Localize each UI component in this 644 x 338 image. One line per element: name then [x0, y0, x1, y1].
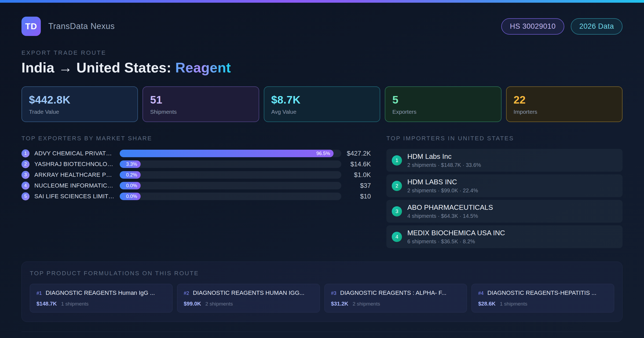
exporter-rank-badge: 3 — [21, 171, 30, 179]
exporter-value: $427.2K — [341, 150, 371, 157]
importer-row[interactable]: 4MEDIX BIOCHEMICA USA INC6 shipments · $… — [386, 225, 623, 248]
importer-rank-badge: 1 — [392, 155, 402, 166]
product-rank: #1 — [36, 291, 42, 296]
exporter-row[interactable]: 4NUCLEOME INFORMATICS PRIVA...0.0%$37 — [21, 182, 371, 190]
product-rank: #2 — [184, 291, 189, 296]
stat-card-avg-value: $8.7KAvg Value — [264, 86, 380, 122]
brand: TD TransData Nexus — [21, 17, 115, 36]
stat-card-importers: 22Importers — [506, 86, 623, 122]
stat-value: $8.7K — [271, 94, 373, 106]
exporter-row[interactable]: 3ARKRAY HEALTHCARE PRIVATE ...0.2%$1.0K — [21, 171, 371, 179]
importer-info: HDM LABS INC2 shipments · $99.0K · 22.4% — [407, 178, 478, 194]
importer-info: HDM Labs Inc2 shipments · $148.7K · 33.6… — [407, 152, 481, 168]
market-share-bar-fill: 96.5% — [120, 150, 334, 157]
importer-name: HDM Labs Inc — [407, 152, 481, 161]
stat-value: 22 — [514, 94, 615, 106]
stat-label: Importers — [514, 109, 615, 115]
market-share-percent: 3.3% — [126, 161, 137, 167]
importer-row[interactable]: 1HDM Labs Inc2 shipments · $148.7K · 33.… — [386, 149, 623, 172]
importer-info: ABO PHARMACEUTICALS4 shipments · $64.3K … — [407, 203, 493, 219]
product-value: $31.2K — [331, 301, 349, 307]
exporter-name: ADVY CHEMICAL PRIVATE LIMI... — [34, 150, 115, 157]
exporter-rank-badge: 1 — [21, 149, 30, 157]
exporter-name: SAI LIFE SCIENCES LIMITED — [34, 193, 115, 200]
market-share-bar-fill: 3.3% — [120, 160, 141, 168]
product-card[interactable]: #4DIAGNOSTIC REAGENTS-HEPATITIS ...$28.6… — [471, 284, 614, 313]
importer-rank-badge: 4 — [392, 232, 402, 242]
product-shipments: 2 shipments — [205, 301, 233, 307]
importers-list: 1HDM Labs Inc2 shipments · $148.7K · 33.… — [386, 149, 623, 248]
product-line1: #4DIAGNOSTIC REAGENTS-HEPATITIS ... — [478, 289, 608, 296]
stat-label: Avg Value — [271, 109, 373, 115]
product-card[interactable]: #3DIAGNOSTIC REAGENTS : ALPHA- F...$31.2… — [324, 284, 467, 313]
product-value: $148.7K — [36, 301, 57, 307]
exporter-name: YASHRAJ BIOTECHNOLOGY LIMI... — [34, 161, 115, 168]
route-title-highlight: Reagent — [175, 60, 231, 75]
importer-rank-badge: 2 — [392, 181, 402, 191]
product-rank: #4 — [478, 291, 484, 296]
stat-card-shipments: 51Shipments — [142, 86, 259, 122]
header-badges: HS 30029010 2026 Data — [501, 18, 623, 35]
stat-card-trade-value: $442.8KTrade Value — [21, 86, 138, 122]
exporter-value: $1.0K — [341, 171, 371, 179]
product-line2: $28.6K1 shipments — [478, 301, 608, 307]
market-share-bar-fill: 0.2% — [120, 171, 141, 179]
importers-heading: TOP IMPORTERS IN UNITED STATES — [386, 135, 623, 142]
product-title: DIAGNOSTIC REAGENTS-HEPATITIS ... — [487, 289, 596, 296]
exporter-rank-badge: 5 — [21, 192, 30, 200]
importer-row[interactable]: 3ABO PHARMACEUTICALS4 shipments · $64.3K… — [386, 200, 623, 223]
product-title: DIAGNOSTIC REAGENTS HUMAN IGG... — [193, 289, 305, 296]
stat-value: 5 — [392, 94, 494, 106]
exporters-heading: TOP EXPORTERS BY MARKET SHARE — [21, 135, 371, 142]
product-line1: #3DIAGNOSTIC REAGENTS : ALPHA- F... — [331, 289, 460, 296]
exporters-section: TOP EXPORTERS BY MARKET SHARE 1ADVY CHEM… — [21, 135, 371, 248]
importer-name: MEDIX BIOCHEMICA USA INC — [407, 229, 505, 237]
header: TD TransData Nexus HS 30029010 2026 Data — [21, 3, 623, 36]
stat-value: 51 — [150, 94, 251, 106]
stat-card-exporters: 5Exporters — [385, 86, 501, 122]
product-shipments: 1 shipments — [500, 301, 527, 307]
importer-detail: 6 shipments · $36.5K · 8.2% — [407, 238, 505, 245]
importer-name: HDM LABS INC — [407, 178, 478, 186]
exporter-row[interactable]: 5SAI LIFE SCIENCES LIMITED0.0%$10 — [21, 192, 371, 200]
market-share-bar-track: 96.5% — [120, 150, 341, 157]
exporter-value: $14.6K — [341, 160, 371, 168]
stat-label: Shipments — [150, 109, 251, 115]
top-accent-bar — [0, 0, 644, 3]
market-share-percent: 96.5% — [316, 151, 330, 156]
hs-code-badge[interactable]: HS 30029010 — [501, 18, 564, 35]
market-share-percent: 0.2% — [126, 172, 137, 178]
product-card[interactable]: #1DIAGNOSTIC REAGENTS Human IgG ...$148.… — [30, 284, 173, 313]
market-share-bar-fill: 0.0% — [120, 182, 141, 189]
stat-label: Trade Value — [29, 109, 130, 115]
market-share-bar-track: 3.3% — [120, 160, 341, 168]
product-title: DIAGNOSTIC REAGENTS : ALPHA- F... — [340, 289, 447, 296]
app-logo: TD — [21, 17, 41, 36]
exporter-row[interactable]: 2YASHRAJ BIOTECHNOLOGY LIMI...3.3%$14.6K — [21, 160, 371, 168]
main-columns: TOP EXPORTERS BY MARKET SHARE 1ADVY CHEM… — [21, 135, 623, 248]
market-share-bar-track: 0.2% — [120, 171, 341, 179]
product-shipments: 2 shipments — [353, 301, 380, 307]
exporter-row[interactable]: 1ADVY CHEMICAL PRIVATE LIMI...96.5%$427.… — [21, 149, 371, 157]
route-eyebrow: EXPORT TRADE ROUTE — [21, 49, 623, 56]
data-year-badge[interactable]: 2026 Data — [571, 18, 623, 35]
importer-row[interactable]: 2HDM LABS INC2 shipments · $99.0K · 22.4… — [386, 174, 623, 197]
market-share-bar-track: 0.0% — [120, 193, 341, 200]
product-value: $99.0K — [184, 301, 201, 307]
product-shipments: 1 shipments — [61, 301, 89, 307]
market-share-bar-track: 0.0% — [120, 182, 341, 189]
importers-section: TOP IMPORTERS IN UNITED STATES 1HDM Labs… — [386, 135, 623, 248]
page-title: India → United States: Reagent — [21, 60, 623, 76]
products-panel: TOP PRODUCT FORMULATIONS ON THIS ROUTE #… — [21, 262, 623, 322]
product-rank: #3 — [331, 291, 336, 296]
exporter-rank-badge: 2 — [21, 160, 30, 168]
product-line2: $99.0K2 shipments — [184, 301, 313, 307]
products-heading: TOP PRODUCT FORMULATIONS ON THIS ROUTE — [30, 270, 614, 277]
importer-name: ABO PHARMACEUTICALS — [407, 203, 493, 212]
importer-detail: 2 shipments · $99.0K · 22.4% — [407, 188, 478, 194]
exporters-list: 1ADVY CHEMICAL PRIVATE LIMI...96.5%$427.… — [21, 149, 371, 200]
product-line1: #2DIAGNOSTIC REAGENTS HUMAN IGG... — [184, 289, 313, 296]
product-card[interactable]: #2DIAGNOSTIC REAGENTS HUMAN IGG...$99.0K… — [177, 284, 320, 313]
page: TD TransData Nexus HS 30029010 2026 Data… — [0, 3, 644, 338]
stat-value: $442.8K — [29, 94, 130, 106]
